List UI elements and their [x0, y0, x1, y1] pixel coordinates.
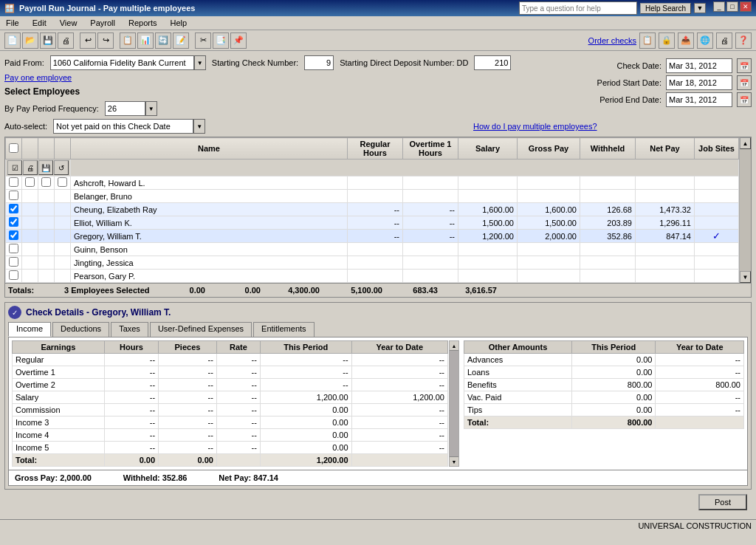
row-check-4[interactable]: [9, 217, 18, 227]
row-check-1[interactable]: [9, 177, 18, 187]
check-number-input[interactable]: [304, 55, 334, 70]
order-icon3[interactable]: 📤: [678, 32, 694, 49]
new-button[interactable]: 📄: [4, 32, 21, 49]
row-check-2[interactable]: [9, 191, 18, 200]
auto-select-dropdown[interactable]: ▼: [193, 119, 205, 134]
earnings-scroll-up[interactable]: ▲: [450, 341, 458, 351]
menu-view[interactable]: View: [57, 18, 80, 28]
tab-taxes[interactable]: Taxes: [111, 322, 148, 337]
row-check-8[interactable]: [9, 270, 18, 280]
row-check-1c[interactable]: [41, 177, 51, 187]
dropdown-btn[interactable]: ▼: [694, 3, 706, 13]
help-search-button[interactable]: Help Search: [640, 3, 691, 14]
tab-user-defined[interactable]: User-Defined Expenses: [150, 322, 252, 337]
earnings-row-regular: Regular ----------: [13, 354, 448, 366]
open-button[interactable]: 📂: [22, 32, 38, 49]
select-all-checkbox[interactable]: [9, 143, 18, 153]
table-scroll-down[interactable]: ▼: [740, 271, 751, 283]
table-row[interactable]: Pearson, Gary P.: [6, 270, 739, 283]
row-check-3[interactable]: [9, 204, 18, 213]
menu-help[interactable]: Help: [168, 18, 190, 28]
earnings-row-income4: Income 4 ------0.00--: [13, 429, 448, 442]
tab-entitlements[interactable]: Entitlements: [253, 322, 315, 337]
order-checks-link[interactable]: Order checks: [588, 36, 636, 45]
period-end-input[interactable]: [666, 92, 732, 107]
menu-reports[interactable]: Reports: [126, 18, 160, 28]
tb-save[interactable]: 💾: [38, 160, 53, 175]
post-button[interactable]: Post: [698, 494, 747, 510]
order-icon6[interactable]: ❓: [735, 32, 752, 49]
tb-btn8[interactable]: 📑: [213, 32, 229, 49]
table-scroll-up[interactable]: ▲: [740, 137, 751, 149]
pay-period-input[interactable]: [105, 101, 145, 116]
table-row[interactable]: Jingting, Jessica: [6, 256, 739, 270]
tab-income[interactable]: Income: [8, 322, 51, 337]
earnings-scroll-down[interactable]: ▼: [450, 456, 458, 466]
menu-payroll[interactable]: Payroll: [87, 18, 118, 28]
earnings-scroll-thumb[interactable]: [450, 351, 458, 456]
employee-name-1: Ashcroft, Howard L.: [71, 176, 348, 190]
window-title: Payroll Run Journal - Pay multiple emplo…: [19, 4, 195, 13]
period-start-calendar[interactable]: 📅: [737, 75, 752, 90]
table-row[interactable]: Cheung, Elizabeth Ray -- -- 1,600.00 1,6…: [6, 203, 739, 216]
col-net: Net Pay: [636, 138, 695, 160]
order-icon4[interactable]: 🌐: [697, 32, 713, 49]
tb-btn3[interactable]: 📋: [120, 32, 136, 49]
auto-select-label: Auto-select:: [4, 122, 47, 131]
direct-deposit-input[interactable]: [474, 55, 511, 70]
period-start-label: Period Start Date:: [597, 78, 662, 87]
table-row[interactable]: Gregory, William T. -- -- 1,200.00 2,000…: [6, 230, 739, 243]
check-date-calendar[interactable]: 📅: [737, 58, 752, 73]
col-regular: RegularHours: [348, 138, 403, 160]
order-icon1[interactable]: 📋: [639, 32, 656, 49]
pay-period-dropdown[interactable]: ▼: [145, 101, 157, 116]
undo-button[interactable]: ↩: [80, 32, 96, 49]
minimize-button[interactable]: _: [713, 1, 725, 12]
auto-select-input[interactable]: [53, 119, 193, 134]
redo-button[interactable]: ↪: [97, 32, 114, 49]
row-check-1b[interactable]: [25, 177, 35, 187]
print-button[interactable]: 🖨: [58, 32, 74, 49]
total-regular: 0.00: [153, 286, 208, 295]
menu-file[interactable]: File: [3, 18, 22, 28]
row-check-6[interactable]: [9, 244, 18, 253]
period-start-input[interactable]: [666, 75, 732, 90]
tb-refresh[interactable]: ↺: [54, 160, 69, 175]
close-button[interactable]: ✕: [740, 1, 752, 12]
tb-btn9[interactable]: 📌: [230, 32, 247, 49]
tb-btn5[interactable]: 🔄: [155, 32, 171, 49]
tb-btn7[interactable]: ✂: [195, 32, 211, 49]
tab-deductions[interactable]: Deductions: [52, 322, 109, 337]
table-scroll-thumb[interactable]: [740, 149, 751, 271]
select-employees-header: Select Employees: [4, 86, 597, 97]
earnings-total-row: Total: 0.00 0.00 1,200.00: [13, 454, 448, 467]
how-to-pay-link[interactable]: How do I pay multiple employees?: [473, 122, 597, 131]
col-check2: [22, 138, 38, 160]
col-gross: Gross Pay: [518, 138, 580, 160]
col-other-this-period: This Period: [571, 341, 655, 354]
row-check-5[interactable]: [9, 230, 18, 240]
order-icon2[interactable]: 🔒: [659, 32, 675, 49]
period-end-calendar[interactable]: 📅: [737, 92, 752, 107]
pay-one-employee-link[interactable]: Pay one employee: [4, 73, 72, 82]
check-details-panel: ✓ Check Details - Gregory, William T. In…: [4, 302, 752, 490]
tb-print[interactable]: 🖨: [23, 160, 38, 175]
row-check-7[interactable]: [9, 257, 18, 267]
tb-select[interactable]: ☑: [7, 160, 22, 175]
table-row[interactable]: Belanger, Bruno: [6, 190, 739, 203]
menu-edit[interactable]: Edit: [30, 18, 49, 28]
paid-from-input[interactable]: [50, 55, 194, 70]
tb-btn4[interactable]: 📊: [137, 32, 154, 49]
check-date-input[interactable]: [666, 58, 732, 73]
table-row[interactable]: Ashcroft, Howard L.: [6, 176, 739, 190]
ot1-1: [403, 176, 458, 190]
row-check-1d[interactable]: [58, 177, 67, 187]
order-icon5[interactable]: 🖨: [716, 32, 732, 49]
table-row[interactable]: Guinn, Benson: [6, 243, 739, 256]
paid-from-dropdown[interactable]: ▼: [194, 55, 206, 70]
table-row[interactable]: Elliot, William K. -- -- 1,500.00 1,500.…: [6, 216, 739, 230]
tb-btn6[interactable]: 📝: [173, 32, 189, 49]
maximize-button[interactable]: □: [726, 1, 738, 12]
save-button[interactable]: 💾: [40, 32, 56, 49]
help-search-input[interactable]: [519, 1, 637, 15]
